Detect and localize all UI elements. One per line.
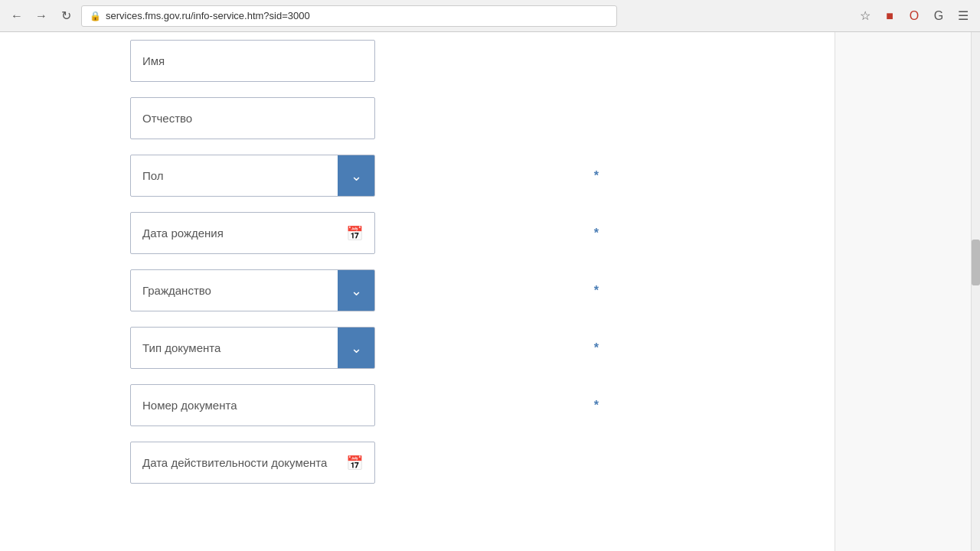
- browser-chrome: ← → ↻ 🔒 services.fms.gov.ru/info-service…: [0, 0, 980, 32]
- address-bar[interactable]: 🔒 services.fms.gov.ru/info-service.htm?s…: [81, 5, 617, 27]
- extension1-button[interactable]: ■: [880, 7, 899, 25]
- field-otchestvo-wrapper: Отчество: [130, 97, 590, 139]
- field-dob-wrapper: Дата рождения 📅 *: [130, 212, 590, 254]
- field-nomer-dok-wrapper: Номер документа *: [130, 384, 590, 426]
- nomer-dok-input[interactable]: Номер документа: [130, 384, 375, 426]
- field-tip-dok-wrapper: Тип документа ⌄ *: [130, 327, 590, 369]
- scrollbar-track[interactable]: [971, 32, 980, 551]
- back-button[interactable]: ←: [8, 7, 26, 25]
- menu-button[interactable]: ☰: [954, 7, 972, 25]
- imya-input[interactable]: Имя: [130, 40, 375, 82]
- field-pol-wrapper: Пол ⌄ *: [130, 155, 590, 197]
- dob-input[interactable]: Дата рождения 📅: [130, 212, 375, 254]
- field-grazhdanstvo-wrapper: Гражданство ⌄ *: [130, 269, 590, 311]
- pol-dropdown-btn[interactable]: ⌄: [338, 155, 374, 196]
- pol-label: Пол: [131, 169, 338, 182]
- tip-dok-dropdown-btn[interactable]: ⌄: [338, 328, 374, 368]
- tip-dok-required-star: *: [594, 341, 599, 355]
- imya-placeholder: Имя: [142, 54, 165, 67]
- extension2-button[interactable]: O: [905, 7, 923, 25]
- nomer-dok-placeholder: Номер документа: [142, 399, 237, 412]
- date-validity-calendar-icon[interactable]: 📅: [346, 455, 363, 471]
- reload-button[interactable]: ↻: [57, 7, 75, 25]
- tip-dok-select[interactable]: Тип документа ⌄: [130, 327, 375, 369]
- right-sidebar: [835, 32, 980, 551]
- star-button[interactable]: ☆: [856, 7, 874, 25]
- tip-dok-chevron-icon: ⌄: [351, 340, 362, 357]
- dob-calendar-icon[interactable]: 📅: [346, 225, 363, 242]
- grazhdanstvo-dropdown-btn[interactable]: ⌄: [338, 270, 374, 311]
- form-container: Имя Отчество Пол ⌄ *: [0, 40, 612, 499]
- field-imya-wrapper: Имя: [130, 40, 590, 82]
- otchestvo-input[interactable]: Отчество: [130, 97, 375, 139]
- url-text: services.fms.gov.ru/info-service.htm?sid…: [106, 10, 310, 21]
- main-content: Имя Отчество Пол ⌄ *: [0, 32, 835, 551]
- dob-required-star: *: [594, 227, 599, 240]
- browser-actions: ☆ ■ O G ☰: [856, 7, 972, 25]
- scrollbar-thumb[interactable]: [972, 240, 980, 285]
- otchestvo-placeholder: Отчество: [142, 112, 192, 125]
- date-validity-input[interactable]: Дата действительности документа 📅: [130, 442, 375, 484]
- lock-icon: 🔒: [90, 11, 101, 21]
- pol-required-star: *: [594, 169, 599, 183]
- grazhdanstvo-required-star: *: [594, 284, 599, 298]
- nomer-dok-required-star: *: [594, 399, 599, 412]
- grazhdanstvo-chevron-icon: ⌄: [351, 282, 362, 299]
- page-layout: Имя Отчество Пол ⌄ *: [0, 32, 980, 551]
- date-validity-label: Дата действительности документа: [142, 456, 346, 469]
- tip-dok-label: Тип документа: [131, 341, 338, 354]
- forward-button[interactable]: →: [32, 7, 51, 25]
- grazhdanstvo-select[interactable]: Гражданство ⌄: [130, 269, 375, 311]
- pol-chevron-icon: ⌄: [351, 168, 362, 184]
- extension3-button[interactable]: G: [929, 7, 948, 25]
- field-date-validity-wrapper: Дата действительности документа 📅: [130, 442, 590, 484]
- pol-select[interactable]: Пол ⌄: [130, 155, 375, 197]
- grazhdanstvo-label: Гражданство: [131, 284, 338, 297]
- dob-label: Дата рождения: [142, 227, 346, 240]
